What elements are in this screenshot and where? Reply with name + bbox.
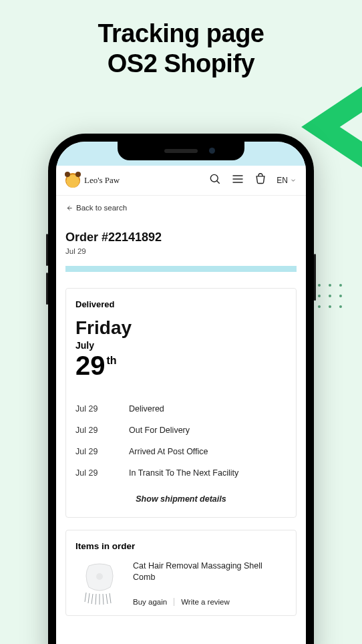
svg-line-13 <box>110 593 111 603</box>
progress-bar <box>65 266 297 272</box>
product-title[interactable]: Cat Hair Removal Massaging Shell Comb <box>133 560 287 583</box>
items-card: Items in order <box>65 530 297 616</box>
delivery-day-number: 29th <box>75 351 287 381</box>
tracking-events: Jul 29 Delivered Jul 29 Out For Delivery… <box>75 398 287 484</box>
delivery-month: July <box>75 340 287 351</box>
svg-line-12 <box>106 594 108 604</box>
arrow-left-icon <box>65 204 73 212</box>
shipment-status: Delivered <box>75 299 287 309</box>
items-header: Items in order <box>75 541 287 551</box>
svg-point-0 <box>211 174 218 182</box>
chevron-down-icon <box>290 177 297 184</box>
phone-frame: Leo's Paw EN Back <box>48 134 314 644</box>
tracking-event: Jul 29 Delivered <box>75 398 287 420</box>
cart-icon[interactable] <box>254 172 267 188</box>
delivery-day-name: Friday <box>75 317 287 339</box>
phone-notch <box>118 142 244 160</box>
svg-point-5 <box>96 573 103 580</box>
svg-line-1 <box>217 181 220 184</box>
store-name: Leo's Paw <box>84 175 120 186</box>
tracking-event: Jul 29 Arrived At Post Office <box>75 441 287 462</box>
product-image[interactable] <box>75 560 124 609</box>
svg-line-8 <box>92 594 93 604</box>
svg-line-6 <box>85 593 86 602</box>
order-date: Jul 29 <box>65 247 297 255</box>
menu-icon[interactable] <box>231 172 244 188</box>
back-to-search-link[interactable]: Back to search <box>65 204 297 212</box>
store-logo[interactable]: Leo's Paw <box>65 173 120 188</box>
svg-line-11 <box>103 594 104 605</box>
tracking-event: Jul 29 In Transit To The Next Facility <box>75 462 287 484</box>
tracking-event: Jul 29 Out For Delivery <box>75 420 287 441</box>
search-icon[interactable] <box>208 172 222 188</box>
promo-heading: Tracking page OS2 Shopify <box>0 19 362 79</box>
store-header: Leo's Paw EN <box>56 166 306 196</box>
write-review-link[interactable]: Write a review <box>174 598 230 606</box>
buy-again-link[interactable]: Buy again <box>133 598 167 606</box>
lion-logo-icon <box>65 173 80 188</box>
decorative-dots <box>318 284 342 308</box>
order-title: Order #22141892 <box>65 230 297 245</box>
order-item: Cat Hair Removal Massaging Shell Comb Bu… <box>75 560 287 609</box>
shipment-card: Delivered Friday July 29th Jul 29 Delive… <box>65 288 297 518</box>
phone-screen: Leo's Paw EN Back <box>56 142 306 644</box>
language-selector[interactable]: EN <box>277 176 297 185</box>
svg-line-9 <box>96 594 96 605</box>
svg-line-7 <box>88 593 89 603</box>
show-shipment-details-link[interactable]: Show shipment details <box>75 490 287 508</box>
